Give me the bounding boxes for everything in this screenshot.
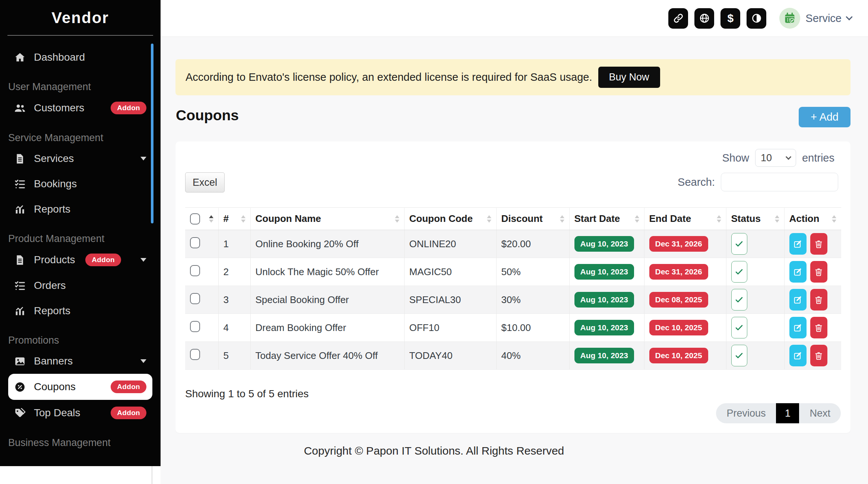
- sidebar-section-service-management: Service Management: [8, 132, 152, 144]
- table-header-row: # Coupon Name Coupon Code Discount Start…: [185, 208, 841, 230]
- column-header-number[interactable]: #: [218, 208, 250, 230]
- chart-icon: [14, 305, 26, 317]
- buy-now-button[interactable]: Buy Now: [598, 67, 660, 88]
- row-number: 1: [218, 230, 250, 258]
- row-number: 4: [218, 314, 250, 342]
- column-header-coupon-name[interactable]: Coupon Name: [250, 208, 404, 230]
- sidebar-item-customers[interactable]: Customers Addon: [8, 95, 152, 121]
- sidebar-item-label: Coupons: [34, 381, 76, 393]
- row-checkbox[interactable]: [190, 237, 200, 248]
- sidebar-item-bookings[interactable]: Bookings: [8, 171, 152, 197]
- table-row: 1 Online Booking 20% Off ONLINE20 $20.00…: [185, 230, 841, 258]
- home-icon: [14, 52, 26, 63]
- coupon-name-cell: Dream Booking Offer: [250, 314, 404, 342]
- sidebar-item-dashboard[interactable]: Dashboard: [8, 45, 152, 70]
- coupon-code-cell: TODAY40: [404, 342, 496, 370]
- table-row: 3 Special Booking Offer SPECIAL30 30% Au…: [185, 286, 841, 314]
- status-toggle[interactable]: [731, 261, 747, 283]
- edit-button[interactable]: [789, 317, 807, 338]
- user-name: Service: [805, 12, 842, 25]
- edit-button[interactable]: [789, 233, 807, 255]
- sidebar-item-reports-service[interactable]: Reports: [8, 197, 152, 222]
- sidebar-item-coupons[interactable]: Coupons Addon: [8, 374, 152, 400]
- sidebar: Vendor Dashboard User Management Custome…: [0, 0, 161, 466]
- search-input[interactable]: [721, 173, 838, 191]
- status-toggle[interactable]: [731, 233, 747, 255]
- user-menu[interactable]: Service: [779, 8, 852, 29]
- current-page-button[interactable]: 1: [776, 403, 799, 423]
- license-banner-text: According to Envato's license policy, an…: [186, 71, 592, 83]
- delete-button[interactable]: [810, 289, 827, 311]
- coupon-name-cell: Online Booking 20% Off: [250, 230, 404, 258]
- edit-button[interactable]: [789, 345, 807, 366]
- page-size-select[interactable]: 10: [755, 149, 796, 167]
- link-button[interactable]: [668, 8, 688, 29]
- sidebar-item-label: Services: [34, 153, 74, 165]
- column-header-coupon-code[interactable]: Coupon Code: [404, 208, 496, 230]
- sidebar-item-orders[interactable]: Orders: [8, 273, 152, 298]
- row-checkbox[interactable]: [190, 265, 200, 276]
- delete-button[interactable]: [810, 233, 827, 255]
- license-banner: According to Envato's license policy, an…: [175, 59, 850, 95]
- status-toggle[interactable]: [731, 317, 747, 338]
- sort-icon: [775, 215, 779, 223]
- sidebar-item-top-deals[interactable]: Top Deals Addon: [8, 400, 152, 426]
- edit-icon: [793, 239, 802, 249]
- status-toggle[interactable]: [731, 345, 747, 366]
- tags-icon: [14, 407, 26, 419]
- sidebar-scrollbar-thumb[interactable]: [151, 44, 153, 223]
- sort-icon: [635, 215, 639, 223]
- start-date-badge: Aug 10, 2023: [574, 236, 634, 252]
- currency-button[interactable]: $: [720, 8, 740, 29]
- delete-button[interactable]: [810, 345, 827, 366]
- pagination: Previous 1 Next: [716, 403, 841, 423]
- table-row: 5 Today Service Offer 40% Off TODAY40 40…: [185, 342, 841, 370]
- column-header-discount[interactable]: Discount: [496, 208, 569, 230]
- sort-icon: [717, 215, 721, 223]
- sort-icon: [209, 215, 213, 223]
- trash-icon: [814, 239, 823, 249]
- sidebar-item-label: Reports: [34, 203, 70, 215]
- table-row: 2 Unlock The Magic 50% Offer MAGIC50 50%…: [185, 258, 841, 286]
- sidebar-item-reports-product[interactable]: Reports: [8, 298, 152, 324]
- discount-cell: 40%: [496, 342, 569, 370]
- caret-down-icon: [140, 157, 146, 160]
- column-header-action[interactable]: Action: [784, 208, 841, 230]
- edit-button[interactable]: [789, 261, 807, 283]
- edit-button[interactable]: [789, 289, 807, 311]
- check-icon: [735, 295, 744, 304]
- delete-button[interactable]: [810, 261, 827, 283]
- row-checkbox[interactable]: [190, 293, 200, 304]
- sidebar-item-products[interactable]: Products Addon: [8, 247, 152, 273]
- status-toggle[interactable]: [731, 289, 747, 311]
- end-date-badge: Dec 10, 2025: [649, 320, 708, 335]
- language-button[interactable]: [694, 8, 714, 29]
- caret-down-icon: [140, 359, 146, 363]
- sidebar-item-banners[interactable]: Banners: [8, 348, 152, 374]
- row-number: 5: [218, 342, 250, 370]
- row-checkbox[interactable]: [190, 321, 200, 332]
- end-date-badge: Dec 31, 2026: [649, 264, 708, 280]
- sidebar-nav: Dashboard User Management Customers Addo…: [0, 36, 161, 449]
- calendar-check-icon: [783, 12, 796, 25]
- end-date-badge: Dec 10, 2025: [649, 348, 708, 363]
- delete-button[interactable]: [810, 317, 827, 338]
- column-header-status[interactable]: Status: [726, 208, 784, 230]
- next-page-button[interactable]: Next: [799, 403, 841, 423]
- image-icon: [14, 356, 26, 367]
- select-all-checkbox[interactable]: [190, 213, 200, 225]
- add-button[interactable]: + Add: [799, 107, 850, 127]
- coupons-card: Show 10 entries Excel Search: # Coupon N…: [175, 141, 850, 433]
- sidebar-item-services[interactable]: Services: [8, 146, 152, 171]
- previous-page-button[interactable]: Previous: [716, 403, 776, 423]
- excel-export-button[interactable]: Excel: [185, 172, 225, 192]
- edit-icon: [793, 267, 802, 277]
- column-header-start-date[interactable]: Start Date: [569, 208, 644, 230]
- coupon-code-cell: MAGIC50: [404, 258, 496, 286]
- row-checkbox[interactable]: [190, 349, 200, 360]
- column-header-end-date[interactable]: End Date: [644, 208, 726, 230]
- select-all-header[interactable]: [185, 208, 218, 230]
- sidebar-section-promotions: Promotions: [8, 335, 152, 346]
- theme-toggle-button[interactable]: [747, 8, 766, 29]
- discount-cell: 30%: [496, 286, 569, 314]
